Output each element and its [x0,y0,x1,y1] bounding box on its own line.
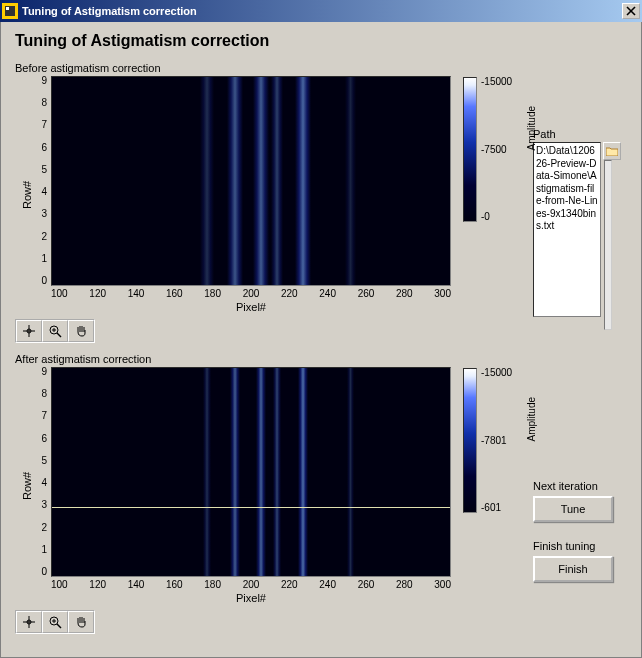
before-colorbar-label: Amplitude [526,106,537,150]
after-yticks: 9876543210 [33,367,47,577]
before-label: Before astigmatism correction [15,62,523,74]
before-colorbar: -15000-7500-0 Amplitude [463,76,512,313]
next-iteration-label: Next iteration [533,480,623,492]
after-canvas[interactable] [51,367,451,577]
before-yticks: 9876543210 [33,76,47,286]
svg-rect-1 [6,7,9,10]
next-iteration-group: Next iteration Tune [533,480,623,522]
after-toolbar [15,610,95,634]
after-colorbar-ticks: -15000-7801-601 [481,368,512,513]
before-ylabel: Row# [21,180,33,208]
svg-line-8 [57,333,61,337]
after-label: After astigmatism correction [15,353,523,365]
before-xticks: 100120140160180200220240260280300 [51,288,451,299]
after-colorbar-label: Amplitude [526,397,537,441]
path-input[interactable]: D:\Data\120626-Preview-Data-Simone\Astig… [533,142,601,317]
finish-tuning-group: Finish tuning Finish [533,540,623,582]
before-xlabel: Pixel# [51,301,451,313]
zoom-tool[interactable] [42,611,68,633]
before-plot: Row# 9876543210 100120140160180200220240… [15,76,523,313]
browse-button[interactable] [603,142,621,160]
finish-button[interactable]: Finish [533,556,613,582]
pan-tool[interactable] [68,320,94,342]
crosshair-tool[interactable] [16,611,42,633]
before-canvas[interactable] [51,76,451,286]
path-scrollbar[interactable] [604,160,612,330]
svg-line-15 [57,624,61,628]
after-colorbar-gradient [463,368,477,513]
titlebar: Tuning of Astigmatism correction [0,0,642,22]
after-plot: Row# 9876543210 100120140160180200220240… [15,367,523,604]
tune-button[interactable]: Tune [533,496,613,522]
after-xticks: 100120140160180200220240260280300 [51,579,451,590]
after-xlabel: Pixel# [51,592,451,604]
zoom-tool[interactable] [42,320,68,342]
window-title: Tuning of Astigmatism correction [22,5,622,17]
finish-tuning-label: Finish tuning [533,540,623,552]
before-colorbar-ticks: -15000-7500-0 [481,77,512,222]
after-colorbar: -15000-7801-601 Amplitude [463,367,512,604]
before-toolbar [15,319,95,343]
path-label: Path [533,128,623,140]
pan-tool[interactable] [68,611,94,633]
crosshair-tool[interactable] [16,320,42,342]
before-colorbar-gradient [463,77,477,222]
after-ylabel: Row# [21,471,33,499]
page-title: Tuning of Astigmatism correction [15,32,627,50]
close-button[interactable] [622,3,640,19]
app-icon [2,3,18,19]
